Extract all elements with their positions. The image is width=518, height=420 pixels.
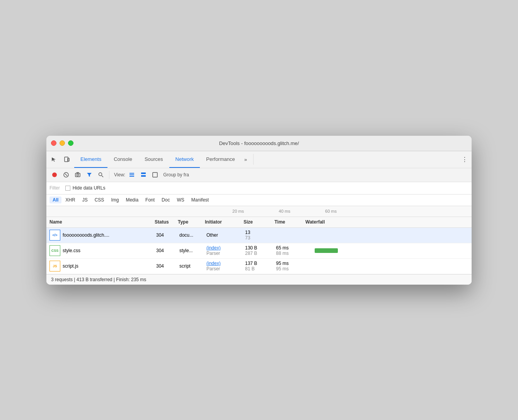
row-size: 130 B 287 B <box>244 243 274 258</box>
svg-line-4 <box>65 174 67 176</box>
tab-elements[interactable]: Elements <box>74 151 107 168</box>
filter-img-button[interactable]: Img <box>108 196 122 203</box>
col-header-size[interactable]: Size <box>244 219 274 225</box>
row-time: 95 ms 95 ms <box>274 259 305 274</box>
row-time: 65 ms 88 ms <box>274 243 305 258</box>
traffic-lights <box>51 140 73 146</box>
network-toolbar: View: Group by fra <box>46 168 472 182</box>
status-bar: 3 requests | 413 B transferred | Finish:… <box>46 274 472 285</box>
row-waterfall <box>305 243 472 258</box>
file-icon-html: </> <box>49 230 60 241</box>
table-header: Name Status Type Initiator Size Time Wat… <box>46 217 472 228</box>
toolbar-sep-1 <box>109 171 109 179</box>
row-initiator: (index) Parser <box>205 243 244 258</box>
waterfall-bar <box>315 248 338 253</box>
filter-xhr-button[interactable]: XHR <box>62 196 78 203</box>
filter-js-button[interactable]: JS <box>79 196 91 203</box>
devtools-body: Elements Console Sources Network Perform… <box>46 151 472 285</box>
col-header-waterfall[interactable]: Waterfall <box>305 219 472 225</box>
hide-data-urls-wrap: Hide data URLs <box>65 185 106 191</box>
tab-console[interactable]: Console <box>107 151 138 168</box>
timeline-tick-20: 20 ms <box>215 209 261 213</box>
filter-css-button[interactable]: CSS <box>92 196 107 203</box>
col-header-initiator[interactable]: Initiator <box>205 219 244 225</box>
row-name-cell: CSS style.css <box>46 243 155 258</box>
view-label: View: <box>114 172 125 178</box>
col-header-time[interactable]: Time <box>274 219 305 225</box>
list-view-button[interactable] <box>127 170 137 180</box>
filter-placeholder: Filter <box>49 185 60 191</box>
svg-rect-10 <box>130 174 134 175</box>
file-icon-js: JS <box>49 261 60 271</box>
tab-performance[interactable]: Performance <box>200 151 241 168</box>
table-row[interactable]: CSS style.css 304 style... (index) Parse… <box>46 243 472 259</box>
row-initiator: (index) Parser <box>205 259 244 274</box>
hide-data-urls-label: Hide data URLs <box>73 185 106 191</box>
filter-button[interactable] <box>84 170 94 180</box>
screenshot-button[interactable] <box>73 170 83 180</box>
timeline-tick-60: 60 ms <box>308 209 354 213</box>
row-filename: fooooooooods.glitch.... <box>63 232 109 238</box>
svg-rect-11 <box>130 176 134 177</box>
cursor-icon-button[interactable] <box>48 154 60 165</box>
row-name-cell: </> fooooooooods.glitch.... <box>46 228 155 243</box>
device-icon-button[interactable] <box>61 154 73 165</box>
row-status: 304 <box>155 228 178 243</box>
row-status: 304 <box>155 243 178 258</box>
filter-manifest-button[interactable]: Manifest <box>188 196 212 203</box>
svg-rect-1 <box>68 158 69 161</box>
clear-button[interactable] <box>61 170 71 180</box>
row-type: script <box>178 259 205 274</box>
table-row[interactable]: </> fooooooooods.glitch.... 304 docu... … <box>46 228 472 243</box>
filter-doc-button[interactable]: Doc <box>158 196 173 203</box>
filter-all-button[interactable]: All <box>49 196 61 203</box>
row-name-cell: JS script.js <box>46 259 155 274</box>
minimize-button[interactable] <box>60 140 65 146</box>
tabs-kebab-button[interactable]: ⋮ <box>459 154 470 165</box>
large-rows-button[interactable] <box>138 170 148 180</box>
row-filename: script.js <box>63 263 78 269</box>
col-header-type[interactable]: Type <box>178 219 205 225</box>
timeline-header: 20 ms 40 ms 60 ms <box>46 206 472 217</box>
devtools-window: DevTools - fooooooooods.glitch.me/ Eleme… <box>46 136 472 285</box>
svg-rect-14 <box>153 172 157 177</box>
filter-ws-button[interactable]: WS <box>174 196 187 203</box>
overview-button[interactable] <box>150 170 160 180</box>
svg-point-6 <box>77 174 79 176</box>
maximize-button[interactable] <box>68 140 73 146</box>
svg-rect-12 <box>141 172 146 174</box>
tabs-more-button[interactable]: » <box>241 151 250 168</box>
titlebar: DevTools - fooooooooods.glitch.me/ <box>46 136 472 151</box>
row-filename: style.css <box>63 248 80 253</box>
filter-bar: Filter Hide data URLs <box>46 182 472 195</box>
status-text: 3 requests | 413 B transferred | Finish:… <box>51 277 146 282</box>
row-type: style... <box>178 243 205 258</box>
hide-data-urls-checkbox[interactable] <box>65 186 70 191</box>
search-button[interactable] <box>96 170 106 180</box>
timeline-tick-40: 40 ms <box>261 209 308 213</box>
tabs-bar: Elements Console Sources Network Perform… <box>46 151 472 168</box>
group-by-label: Group by fra <box>163 172 189 178</box>
row-status: 304 <box>155 259 178 274</box>
svg-rect-13 <box>141 175 146 177</box>
window-title: DevTools - fooooooooods.glitch.me/ <box>219 140 299 146</box>
col-header-name[interactable]: Name <box>46 219 155 225</box>
col-header-status[interactable]: Status <box>155 219 178 225</box>
svg-rect-9 <box>130 173 134 174</box>
row-waterfall <box>305 259 472 274</box>
tab-sources[interactable]: Sources <box>138 151 169 168</box>
filter-media-button[interactable]: Media <box>123 196 141 203</box>
row-type: docu... <box>178 228 205 243</box>
svg-point-7 <box>99 173 102 176</box>
svg-point-2 <box>52 172 57 177</box>
row-time <box>274 228 305 243</box>
close-button[interactable] <box>51 140 56 146</box>
timeline-ticks: 20 ms 40 ms 60 ms <box>212 209 469 213</box>
row-waterfall <box>305 228 472 243</box>
filter-font-button[interactable]: Font <box>142 196 158 203</box>
table-row[interactable]: JS script.js 304 script (index) Parser 1… <box>46 259 472 274</box>
file-icon-css: CSS <box>49 245 60 256</box>
tab-network[interactable]: Network <box>169 151 200 168</box>
record-button[interactable] <box>49 170 60 180</box>
row-size: 13 73 <box>244 228 274 243</box>
